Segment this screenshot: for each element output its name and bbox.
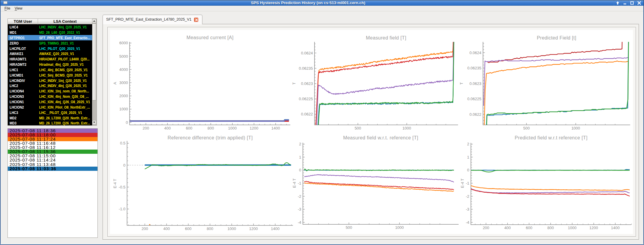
svg-text:-4: -4 — [466, 220, 469, 225]
svg-text:-3: -3 — [298, 207, 301, 211]
svg-text:600: 600 — [185, 226, 192, 231]
svg-text:0: 0 — [126, 120, 128, 125]
svg-text:Measured field w.r.t. referenc: Measured field w.r.t. reference [T] — [343, 135, 418, 140]
svg-text:-1: -1 — [298, 181, 301, 185]
svg-text:-0.5: -0.5 — [119, 185, 125, 189]
svg-text:Reference difference (trim app: Reference difference (trim applied) [T] — [168, 135, 253, 140]
svg-text:1000: 1000 — [568, 226, 576, 230]
svg-text:1000: 1000 — [402, 126, 411, 130]
svg-text:800: 800 — [547, 226, 554, 230]
svg-text:200: 200 — [142, 226, 148, 231]
svg-text:T: T — [292, 82, 296, 85]
svg-text:0: 0 — [299, 168, 301, 172]
svg-text:0.0622: 0.0622 — [469, 112, 481, 117]
svg-text:500: 500 — [355, 126, 361, 130]
svg-text:E-4 T: E-4 T — [113, 179, 117, 188]
svg-text:400: 400 — [164, 126, 171, 130]
svg-text:E-4 T: E-4 T — [460, 179, 465, 188]
svg-text:1: 1 — [299, 155, 301, 159]
svg-text:2000: 2000 — [119, 94, 128, 98]
svg-text:3000: 3000 — [119, 80, 128, 85]
svg-text:1200: 1200 — [589, 226, 598, 230]
svg-text:1200: 1200 — [250, 126, 258, 130]
svg-text:0.0624: 0.0624 — [469, 51, 481, 55]
svg-text:A: A — [113, 82, 117, 85]
svg-text:600: 600 — [526, 226, 532, 230]
svg-text:Measured current [A]: Measured current [A] — [187, 35, 234, 40]
svg-text:-1: -1 — [466, 181, 469, 185]
svg-text:-1.0: -1.0 — [119, 207, 125, 211]
svg-text:-2: -2 — [298, 194, 301, 199]
svg-text:200: 200 — [143, 126, 149, 130]
svg-text:0.06225: 0.06225 — [299, 97, 313, 101]
svg-text:-2: -2 — [466, 194, 469, 199]
svg-text:800: 800 — [207, 126, 214, 130]
svg-text:0.06235: 0.06235 — [467, 66, 481, 70]
svg-text:1000: 1000 — [119, 107, 128, 111]
svg-text:1400: 1400 — [271, 126, 280, 130]
svg-text:E-4 T: E-4 T — [292, 178, 297, 188]
svg-text:600: 600 — [186, 126, 193, 130]
svg-text:1400: 1400 — [271, 226, 280, 231]
svg-text:2: 2 — [299, 142, 301, 146]
svg-text:0: 0 — [467, 168, 469, 172]
svg-text:Measured field [T]: Measured field [T] — [366, 35, 406, 40]
svg-text:0.0622: 0.0622 — [301, 112, 313, 116]
svg-text:0.0623: 0.0623 — [301, 81, 313, 86]
svg-text:Predicted field w.r.t referenc: Predicted field w.r.t reference [T] — [515, 135, 587, 140]
svg-text:0.0623: 0.0623 — [469, 81, 481, 86]
svg-text:2: 2 — [467, 142, 469, 146]
svg-text:1000: 1000 — [395, 225, 404, 230]
svg-text:1400: 1400 — [611, 226, 619, 230]
svg-text:5000: 5000 — [119, 54, 128, 59]
svg-text:400: 400 — [163, 226, 170, 231]
svg-text:1000: 1000 — [571, 126, 580, 130]
svg-text:4000: 4000 — [119, 67, 128, 72]
svg-text:800: 800 — [207, 226, 213, 231]
svg-text:0.0624: 0.0624 — [301, 51, 313, 55]
svg-text:1000: 1000 — [228, 126, 237, 130]
svg-text:0.06225: 0.06225 — [467, 97, 481, 101]
svg-text:500: 500 — [346, 225, 352, 230]
svg-text:T: T — [459, 82, 464, 85]
svg-text:-4: -4 — [298, 220, 301, 225]
svg-text:-3: -3 — [466, 207, 469, 211]
svg-text:0.06235: 0.06235 — [299, 66, 313, 71]
svg-text:0: 0 — [123, 163, 125, 168]
svg-text:400: 400 — [504, 226, 511, 230]
svg-text:6000: 6000 — [119, 41, 128, 45]
svg-text:500: 500 — [523, 126, 530, 130]
svg-text:Predicted Field [t]: Predicted Field [t] — [537, 35, 576, 40]
svg-text:0.5: 0.5 — [120, 141, 125, 145]
svg-text:200: 200 — [483, 226, 489, 230]
svg-text:1200: 1200 — [249, 226, 258, 231]
svg-text:1000: 1000 — [228, 226, 236, 231]
svg-text:1: 1 — [467, 155, 469, 159]
